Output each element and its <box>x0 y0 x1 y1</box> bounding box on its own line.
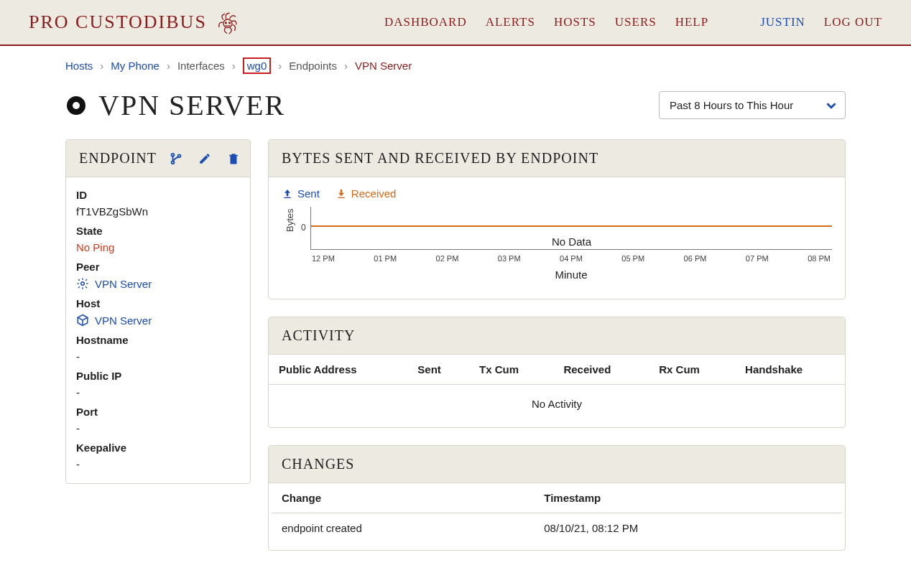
crumb-endpoints: Endpoints <box>289 60 337 72</box>
crumb-current: VPN Server <box>355 60 412 72</box>
svg-point-1 <box>225 22 226 24</box>
value-id: fT1VBZgSbWn <box>76 205 240 218</box>
chart-series-line <box>311 225 832 227</box>
chart-card-title: BYTES SENT AND RECEIVED BY ENDPOINT <box>282 150 598 167</box>
nav-dashboard[interactable]: DASHBOARD <box>384 15 467 29</box>
nav-alerts[interactable]: ALERTS <box>486 15 535 29</box>
topbar: PRO CUSTODIBUS DASHBOARD ALERTS HOSTS US… <box>0 0 911 46</box>
chart-x-label: Minute <box>310 269 832 281</box>
crumb-hosts[interactable]: Hosts <box>65 60 93 72</box>
value-publicip: - <box>76 386 240 398</box>
label-host: Host <box>76 297 240 309</box>
endpoint-card: ENDPOINT ID fT1VBZgSbWn State <box>65 139 251 484</box>
chart-x-tick: 03 PM <box>498 254 521 263</box>
label-hostname: Hostname <box>76 334 240 346</box>
value-state: No Ping <box>76 241 240 253</box>
nav-logout[interactable]: LOG OUT <box>824 15 882 29</box>
crumb-interfaces: Interfaces <box>177 60 225 72</box>
value-keepalive: - <box>76 458 240 470</box>
page-title: VPN SERVER <box>65 88 285 122</box>
col-received: Received <box>553 355 649 385</box>
chart-x-tick: 05 PM <box>621 254 644 263</box>
chart-x-tick: 12 PM <box>312 254 335 263</box>
nav-current-user[interactable]: JUSTIN <box>760 15 805 29</box>
chart-x-tick: 04 PM <box>560 254 583 263</box>
chevron-right-icon: › <box>232 60 236 72</box>
medusa-icon <box>216 10 240 34</box>
edit-icon[interactable] <box>198 152 211 165</box>
changes-card: CHANGES Change Timestamp endpoint create… <box>268 445 846 551</box>
svg-rect-10 <box>338 197 344 197</box>
svg-point-5 <box>172 153 175 156</box>
label-port: Port <box>76 406 240 418</box>
changes-card-title: CHANGES <box>282 456 354 472</box>
chart-y-label: Bytes <box>285 208 295 232</box>
chart-x-tick: 08 PM <box>808 254 831 263</box>
time-range-value: Past 8 Hours to This Hour <box>670 99 793 111</box>
brand[interactable]: PRO CUSTODIBUS <box>29 10 240 34</box>
chart-x-ticks: 12 PM01 PM02 PM03 PM04 PM05 PM06 PM07 PM… <box>310 254 832 263</box>
change-timestamp: 08/10/21, 08:12 PM <box>534 513 842 543</box>
label-id: ID <box>76 189 240 201</box>
table-row: endpoint created 08/10/21, 08:12 PM <box>272 513 842 543</box>
col-public-address: Public Address <box>269 355 407 385</box>
cube-icon <box>76 314 89 327</box>
branch-icon[interactable] <box>170 152 182 165</box>
label-publicip: Public IP <box>76 370 240 382</box>
chevron-right-icon: › <box>344 60 348 72</box>
col-handshake: Handshake <box>735 355 845 385</box>
col-txcum: Tx Cum <box>469 355 553 385</box>
col-change: Change <box>272 483 534 513</box>
legend-received[interactable]: Received <box>336 187 397 200</box>
value-hostname: - <box>76 350 240 363</box>
legend-sent[interactable]: Sent <box>282 187 320 200</box>
col-sent: Sent <box>407 355 469 385</box>
chart-plot-area: Bytes 0 No Data 12 PM01 PM02 PM03 PM04 P… <box>310 207 832 286</box>
change-text: endpoint created <box>272 513 534 543</box>
chart-x-tick: 07 PM <box>746 254 769 263</box>
svg-point-4 <box>73 102 80 109</box>
changes-table: Change Timestamp endpoint created 08/10/… <box>272 483 842 543</box>
label-peer: Peer <box>76 261 240 273</box>
svg-point-6 <box>172 161 175 164</box>
svg-point-2 <box>229 22 231 24</box>
value-port: - <box>76 422 240 434</box>
chart-x-tick: 02 PM <box>436 254 459 263</box>
chart-x-tick: 01 PM <box>374 254 397 263</box>
label-state: State <box>76 225 240 237</box>
crumb-wg0[interactable]: wg0 <box>243 57 272 74</box>
peer-link[interactable]: VPN Server <box>76 277 240 290</box>
chart-tick-0: 0 <box>301 223 306 233</box>
trash-icon[interactable] <box>227 152 240 165</box>
upload-icon <box>282 188 293 200</box>
chevron-down-icon <box>826 101 836 111</box>
download-icon <box>336 188 347 200</box>
time-range-select[interactable]: Past 8 Hours to This Hour <box>659 91 846 119</box>
nav-hosts[interactable]: HOSTS <box>554 15 596 29</box>
activity-card: ACTIVITY Public Address Sent Tx Cum Rece… <box>268 317 846 428</box>
chevron-right-icon: › <box>278 60 282 72</box>
crumb-myphone[interactable]: My Phone <box>111 60 159 72</box>
svg-point-8 <box>81 282 85 286</box>
chart-no-data: No Data <box>311 235 832 248</box>
col-timestamp: Timestamp <box>534 483 842 513</box>
nav-users[interactable]: USERS <box>615 15 657 29</box>
host-link[interactable]: VPN Server <box>76 314 240 327</box>
nav: DASHBOARD ALERTS HOSTS USERS HELP JUSTIN… <box>384 15 882 29</box>
chart-card: BYTES SENT AND RECEIVED BY ENDPOINT Sent <box>268 139 846 299</box>
svg-point-7 <box>178 154 181 157</box>
breadcrumb: Hosts › My Phone › Interfaces › wg0 › En… <box>65 46 846 81</box>
endpoint-icon <box>65 95 87 116</box>
nav-help[interactable]: HELP <box>675 15 709 29</box>
gear-icon <box>76 277 89 290</box>
activity-card-title: ACTIVITY <box>282 327 355 344</box>
col-rxcum: Rx Cum <box>649 355 735 385</box>
svg-rect-9 <box>284 197 290 197</box>
endpoint-card-title: ENDPOINT <box>79 150 157 167</box>
chevron-right-icon: › <box>100 60 103 72</box>
activity-empty: No Activity <box>269 385 845 427</box>
chevron-right-icon: › <box>167 60 170 72</box>
activity-table: Public Address Sent Tx Cum Received Rx C… <box>269 355 845 385</box>
chart-x-tick: 06 PM <box>684 254 707 263</box>
brand-name: PRO CUSTODIBUS <box>29 11 207 33</box>
